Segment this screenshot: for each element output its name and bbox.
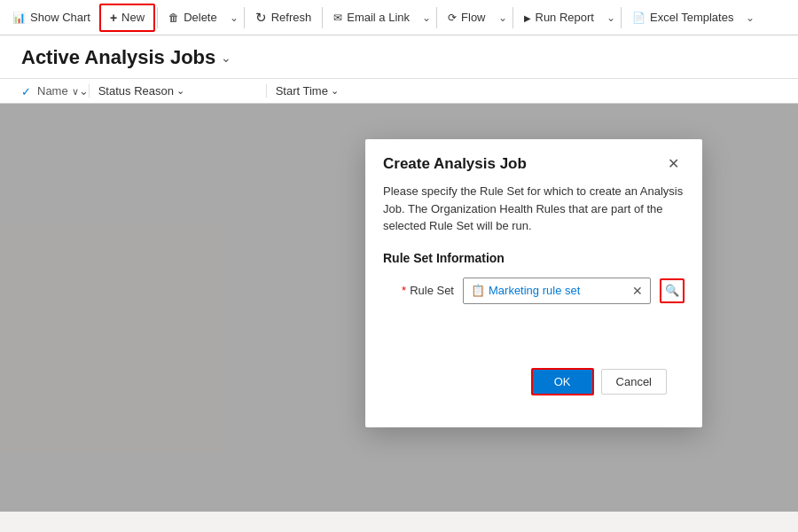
- rule-set-form-row: *Rule Set 📋 Marketing rule set ✕ 🔍: [383, 278, 685, 304]
- dialog-close-button[interactable]: ✕: [662, 153, 685, 174]
- excel-templates-label: Excel Templates: [650, 11, 733, 24]
- page-title: Active Analysis Jobs: [21, 46, 215, 69]
- email-link-button[interactable]: Email a Link: [325, 5, 419, 29]
- toolbar: Show Chart New Delete ⌄ Refresh Email a …: [0, 0, 798, 35]
- column-headers: Name ⌄ Status Reason ⌄ Start Time ⌄: [0, 79, 798, 104]
- rule-set-search-button[interactable]: 🔍: [660, 278, 685, 303]
- cancel-button[interactable]: Cancel: [601, 369, 667, 395]
- rule-set-label: *Rule Set: [383, 284, 454, 297]
- plus-icon: [110, 11, 117, 25]
- separator-2: [244, 7, 245, 28]
- report-icon: [524, 11, 531, 24]
- email-dropdown[interactable]: ⌄: [419, 6, 434, 29]
- page-title-chevron[interactable]: ⌄: [221, 51, 231, 65]
- new-button[interactable]: New: [99, 4, 155, 32]
- required-star: *: [402, 284, 406, 297]
- rule-set-field[interactable]: 📋 Marketing rule set ✕: [463, 278, 651, 304]
- status-col-label: Status Reason: [98, 84, 174, 98]
- search-icon: 🔍: [665, 284, 679, 297]
- show-chart-label: Show Chart: [30, 11, 90, 24]
- report-dropdown[interactable]: ⌄: [603, 6, 619, 29]
- start-col-label: Start Time: [276, 84, 328, 98]
- email-link-label: Email a Link: [347, 11, 410, 24]
- delete-icon: [168, 11, 179, 24]
- dialog-body: Please specify the Rule Set for which to…: [365, 183, 702, 427]
- rule-set-doc-icon: 📋: [471, 284, 485, 297]
- rule-set-value: Marketing rule set: [489, 284, 625, 297]
- refresh-button[interactable]: Refresh: [246, 4, 321, 31]
- dialog-title: Create Analysis Job: [383, 155, 527, 173]
- check-column[interactable]: Name ⌄: [21, 84, 89, 98]
- status-reason-column[interactable]: Status Reason ⌄: [89, 84, 266, 98]
- page-header: Active Analysis Jobs ⌄: [0, 35, 798, 79]
- show-chart-button[interactable]: Show Chart: [4, 5, 99, 29]
- flow-button[interactable]: Flow: [439, 5, 494, 29]
- separator-6: [621, 7, 622, 28]
- refresh-icon: [255, 10, 267, 26]
- separator-5: [512, 7, 513, 28]
- rule-set-clear-button[interactable]: ✕: [629, 284, 646, 298]
- excel-templates-button[interactable]: Excel Templates: [623, 5, 742, 29]
- start-col-chevron[interactable]: ⌄: [331, 85, 339, 97]
- section-title: Rule Set Information: [383, 251, 685, 265]
- flow-dropdown[interactable]: ⌄: [495, 6, 511, 29]
- create-analysis-job-dialog: Create Analysis Job ✕ Please specify the…: [365, 139, 702, 427]
- main-area: Create Analysis Job ✕ Please specify the…: [0, 104, 798, 512]
- header-checkmark: [21, 85, 34, 98]
- flow-label: Flow: [461, 11, 485, 24]
- dialog-header: Create Analysis Job ✕: [365, 139, 702, 183]
- dialog-description: Please specify the Rule Set for which to…: [383, 183, 685, 235]
- run-report-label: Run Report: [536, 11, 594, 24]
- ok-button[interactable]: OK: [531, 368, 594, 395]
- separator-1: [157, 7, 158, 28]
- flow-icon: [448, 11, 457, 24]
- dialog-footer: OK Cancel: [383, 315, 685, 413]
- email-icon: [333, 11, 342, 24]
- delete-label: Delete: [184, 11, 217, 24]
- excel-dropdown[interactable]: ⌄: [742, 6, 758, 29]
- start-time-column[interactable]: Start Time ⌄: [266, 84, 408, 98]
- page-title-row: Active Analysis Jobs ⌄: [21, 46, 777, 69]
- separator-4: [436, 7, 437, 28]
- delete-button[interactable]: Delete: [160, 5, 226, 29]
- new-label: New: [121, 11, 145, 24]
- separator-3: [322, 7, 323, 28]
- name-col-chevron[interactable]: ⌄: [72, 84, 89, 98]
- name-col-label[interactable]: Name: [37, 84, 68, 98]
- refresh-label: Refresh: [271, 11, 312, 24]
- excel-icon: [632, 11, 645, 24]
- run-report-button[interactable]: Run Report: [515, 5, 603, 29]
- delete-dropdown[interactable]: ⌄: [226, 6, 242, 29]
- chart-icon: [12, 11, 26, 24]
- status-col-chevron[interactable]: ⌄: [176, 85, 184, 97]
